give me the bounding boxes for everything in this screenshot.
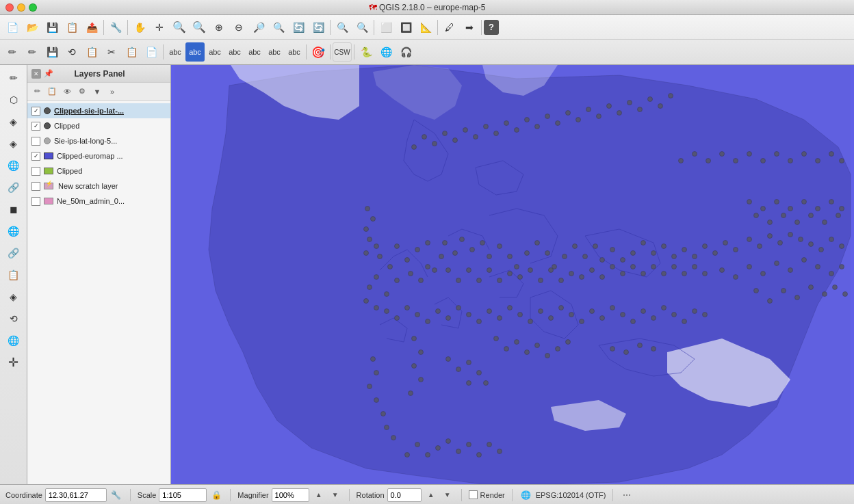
rollback-button[interactable]: ⟲ <box>62 42 81 62</box>
zoom-selection-button[interactable]: 🔍 <box>269 18 288 37</box>
magnifier-input[interactable] <box>272 488 309 502</box>
rotation-up-icon[interactable]: ▲ <box>424 488 438 502</box>
svg-point-218 <box>829 152 834 157</box>
zoom-layer-button[interactable]: 🔎 <box>249 18 268 37</box>
svg-point-60 <box>395 316 400 321</box>
zoom-full-button[interactable]: ⊖ <box>229 18 248 37</box>
sidebar-rotate-icon[interactable]: ⟲ <box>3 308 24 329</box>
svg-point-214 <box>775 152 779 157</box>
minimize-button[interactable] <box>17 3 25 12</box>
sidebar-snap-icon[interactable]: ◈ <box>3 133 24 154</box>
close-button[interactable] <box>5 3 14 12</box>
list-item[interactable]: ✓ Clipped-euromap ... <box>27 148 170 163</box>
sidebar-clipboard-icon[interactable]: 📋 <box>3 265 24 285</box>
more-options-button[interactable]: ⋯ <box>620 488 634 502</box>
epsg-globe-icon[interactable]: 🌐 <box>519 488 533 502</box>
list-item[interactable]: Ne_50m_admin_0... <box>27 194 170 209</box>
layers-filter-icon[interactable]: ⚙ <box>75 85 89 98</box>
rotation-down-icon[interactable]: ▼ <box>441 488 454 502</box>
identify-button[interactable]: 🔍 <box>333 18 352 37</box>
pan-sync-button[interactable]: 🔄 <box>309 18 328 37</box>
list-item[interactable]: Sie-ips-lat-long-5... <box>27 133 170 148</box>
sidebar-link-icon[interactable]: 🔗 <box>3 177 24 198</box>
layers-settings-icon[interactable]: ▼ <box>90 85 104 98</box>
zoom-in-button[interactable]: 🔍 <box>170 18 189 37</box>
print-button[interactable]: 📤 <box>82 18 101 37</box>
python-button[interactable]: 🐍 <box>357 42 376 62</box>
sidebar-edit-icon[interactable]: ✏ <box>3 68 24 88</box>
label-btn7[interactable]: abc <box>285 42 304 62</box>
magnifier-down-icon[interactable]: ▼ <box>328 488 342 502</box>
save-as-button[interactable]: 📋 <box>62 18 81 37</box>
coordinate-icon[interactable]: 🔧 <box>109 488 123 502</box>
new-project-button[interactable]: 📄 <box>3 18 22 37</box>
measure-button[interactable]: 🖊 <box>440 18 459 37</box>
copy-features-button[interactable]: 📋 <box>122 42 141 62</box>
select-button[interactable]: ⬜ <box>376 18 396 37</box>
save-edits-button[interactable]: 💾 <box>42 42 62 62</box>
select-freehand-button[interactable]: 🔲 <box>396 18 415 37</box>
sidebar-advanced-icon[interactable]: ◈ <box>3 111 24 132</box>
sidebar-globe3-icon[interactable]: 🌐 <box>3 330 24 351</box>
sidebar-digitize-icon[interactable]: ⬡ <box>3 90 24 110</box>
sidebar-crosshair-icon[interactable]: ✛ <box>3 352 24 373</box>
paste-features-button[interactable]: 📄 <box>142 42 161 62</box>
sidebar-tools-icon[interactable]: ◈ <box>3 287 24 307</box>
help-button[interactable]: ? <box>484 20 499 35</box>
layers-copy-icon[interactable]: 📋 <box>45 85 59 98</box>
layers-more-icon[interactable]: » <box>105 85 119 98</box>
magnifier-up-icon[interactable]: ▲ <box>312 488 326 502</box>
sidebar-link2-icon[interactable]: 🔗 <box>3 243 24 263</box>
label-btn4[interactable]: abc <box>225 42 244 62</box>
map-area[interactable] <box>171 65 854 484</box>
layers-add-icon[interactable]: ✏ <box>30 85 44 98</box>
layer-checkbox[interactable]: ✓ <box>31 152 40 161</box>
layer-checkbox[interactable] <box>31 167 40 176</box>
list-item[interactable]: ✓ Clipped <box>27 118 170 133</box>
maximize-button[interactable] <box>29 3 37 12</box>
refresh-button[interactable]: 🔄 <box>289 18 308 37</box>
list-item[interactable]: ✓ Clipped-sie-ip-lat-... <box>27 103 170 118</box>
layer-checkbox[interactable] <box>31 182 40 191</box>
layer-checkbox[interactable]: ✓ <box>31 107 40 116</box>
sidebar-network-icon[interactable]: 🌐 <box>3 155 24 176</box>
layers-panel-close-button[interactable]: ✕ <box>31 69 41 79</box>
annotation-button[interactable]: ➡ <box>460 18 479 37</box>
layers-panel-pin-icon[interactable]: 📌 <box>44 69 53 78</box>
label-btn6[interactable]: abc <box>265 42 284 62</box>
list-item[interactable]: Clipped <box>27 163 170 178</box>
deselect-button[interactable]: 📐 <box>416 18 435 37</box>
list-item[interactable]: ⚡ New scratch layer <box>27 178 170 194</box>
target-button[interactable]: 🎯 <box>309 42 328 62</box>
pan-map-button[interactable]: ✛ <box>150 18 169 37</box>
edit-pencil2-button[interactable]: ✏ <box>23 42 42 62</box>
edit-toolbar-btn[interactable]: 📋 <box>82 42 101 62</box>
zoom-rubber-band-button[interactable]: ⊕ <box>209 18 229 37</box>
globe-button[interactable]: 🌐 <box>376 42 396 62</box>
open-project-button[interactable]: 📂 <box>23 18 42 37</box>
rotation-input[interactable] <box>387 488 422 502</box>
cut-features-button[interactable]: ✂ <box>102 42 121 62</box>
label-btn5[interactable]: abc <box>245 42 264 62</box>
label-btn2[interactable]: abc <box>185 42 205 62</box>
audio-button[interactable]: 🎧 <box>396 42 415 62</box>
csw-button[interactable]: CSW <box>333 42 352 62</box>
sidebar-block-icon[interactable]: ◼ <box>3 199 24 220</box>
info-button[interactable]: 🔍 <box>352 18 372 37</box>
label-btn3[interactable]: abc <box>205 42 224 62</box>
settings-button[interactable]: 🔧 <box>106 18 125 37</box>
label-btn1[interactable]: abc <box>166 42 185 62</box>
edit-pencil-button[interactable]: ✏ <box>3 42 22 62</box>
zoom-out-button[interactable]: 🔍 <box>190 18 209 37</box>
scale-input[interactable] <box>159 488 207 502</box>
coordinate-input[interactable] <box>45 488 107 502</box>
layer-checkbox[interactable] <box>31 197 40 206</box>
sidebar-globe2-icon[interactable]: 🌐 <box>3 221 24 241</box>
layer-checkbox[interactable]: ✓ <box>31 122 40 131</box>
render-checkbox[interactable] <box>469 490 478 499</box>
pan-tool-button[interactable]: ✋ <box>130 18 149 37</box>
layer-checkbox[interactable] <box>31 137 40 146</box>
layers-visible-icon[interactable]: 👁 <box>60 85 74 98</box>
lock-icon[interactable]: 🔒 <box>209 488 223 502</box>
save-project-button[interactable]: 💾 <box>42 18 62 37</box>
